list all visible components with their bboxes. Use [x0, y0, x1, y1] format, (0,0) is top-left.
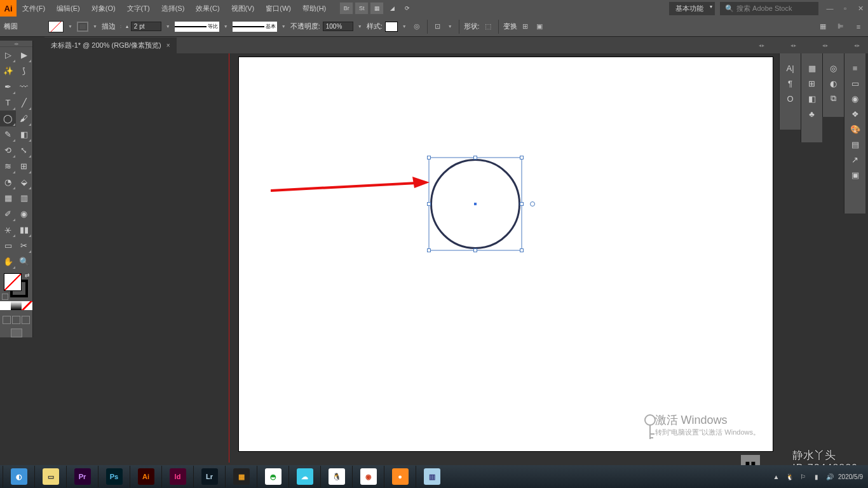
libraries-panel-icon[interactable]: ◐: [826, 76, 841, 90]
perspective-tool[interactable]: ⬙: [16, 174, 32, 190]
tray-up-icon[interactable]: ▲: [771, 472, 781, 482]
taskbar-app-4[interactable]: Ai: [130, 466, 161, 487]
artboard-tool[interactable]: ▭: [0, 238, 16, 254]
curvature-tool[interactable]: 〰: [16, 79, 32, 95]
pie-handle[interactable]: [530, 201, 535, 207]
toolbox-grip[interactable]: ◂▸: [0, 41, 32, 47]
zoom-tool[interactable]: 🔍: [16, 254, 32, 269]
shaper-tool[interactable]: ✎: [0, 126, 16, 142]
align-icon[interactable]: ⊡: [432, 21, 444, 32]
eyedropper-tool[interactable]: ✐: [0, 206, 16, 222]
mesh-tool[interactable]: ▦: [0, 190, 16, 206]
transform-label[interactable]: 变换: [503, 22, 517, 31]
ellipse-tool[interactable]: ◯: [0, 111, 16, 126]
taskbar-app-1[interactable]: ▭: [34, 466, 66, 487]
paintbrush-tool[interactable]: 🖌: [16, 111, 32, 126]
character-panel-icon[interactable]: A|: [783, 61, 798, 75]
eraser-tool[interactable]: ◧: [16, 126, 32, 142]
handle-ne[interactable]: [520, 156, 524, 159]
opentype-panel-icon[interactable]: O: [783, 92, 798, 105]
fill-stroke-block[interactable]: ⇄: [0, 271, 32, 301]
stroke-weight-input[interactable]: [131, 22, 161, 31]
taskbar-app-7[interactable]: ▦: [225, 466, 257, 487]
rotate-tool[interactable]: ⟲: [0, 142, 16, 158]
fill-indicator[interactable]: [4, 273, 22, 291]
workspace-dropdown[interactable]: 基本功能: [669, 2, 715, 15]
stroke-swatch[interactable]: [77, 22, 88, 32]
paragraph-panel-icon[interactable]: ¶: [783, 76, 798, 90]
menu-object[interactable]: 对象(O): [86, 4, 121, 13]
taskbar-app-3[interactable]: Ps: [98, 466, 130, 487]
menu-type[interactable]: 文字(T): [121, 4, 156, 13]
selection-tool[interactable]: ▷: [0, 47, 16, 63]
draw-normal[interactable]: [3, 316, 11, 324]
taskbar-app-10[interactable]: 🐧: [320, 466, 352, 487]
prefs-icon[interactable]: ⊫: [835, 21, 846, 32]
handle-s[interactable]: [473, 248, 477, 252]
menu-edit[interactable]: 编辑(E): [51, 4, 86, 13]
stock-icon[interactable]: St: [355, 2, 369, 15]
panel-toggle-4[interactable]: ◂▸: [854, 43, 860, 48]
menu-window[interactable]: 窗口(W): [260, 4, 297, 13]
symbol-sprayer-tool[interactable]: ⚹: [0, 222, 16, 238]
taskbar-app-2[interactable]: Pr: [66, 466, 98, 487]
symbols-panel-icon[interactable]: ♣: [804, 107, 820, 121]
gradient-tool[interactable]: ▥: [16, 190, 32, 206]
taskbar-app-12[interactable]: ●: [384, 466, 416, 487]
fill-dropdown[interactable]: ▼: [66, 24, 74, 29]
swap-fill-stroke-icon[interactable]: ⇄: [25, 272, 30, 278]
align-panel-icon[interactable]: ▦: [804, 61, 820, 75]
pen-tool[interactable]: ✒: [0, 79, 16, 95]
artboard[interactable]: [239, 57, 773, 451]
tray-date[interactable]: 2020/5/9: [838, 473, 863, 480]
lasso-tool[interactable]: ⟆: [16, 63, 32, 79]
window-close[interactable]: ✕: [853, 2, 868, 15]
width-profile[interactable]: 等比: [175, 22, 219, 32]
taskbar-app-13[interactable]: ▥: [416, 466, 447, 487]
menu-view[interactable]: 视图(V): [226, 4, 261, 13]
appearance-panel-icon[interactable]: ▭: [848, 76, 863, 90]
panel-menu-icon[interactable]: ≡: [853, 21, 864, 32]
free-transform-tool[interactable]: ⊞: [16, 158, 32, 174]
properties-panel-icon[interactable]: ≡: [848, 61, 863, 75]
handle-n[interactable]: [473, 156, 477, 159]
menu-help[interactable]: 帮助(H): [297, 4, 332, 13]
panel-toggle-3[interactable]: ◂▸: [822, 43, 829, 48]
draw-behind[interactable]: [12, 316, 20, 324]
slice-tool[interactable]: ✂: [16, 238, 32, 254]
draw-inside[interactable]: [22, 316, 30, 324]
taskbar-app-6[interactable]: Lr: [193, 466, 225, 487]
window-minimize[interactable]: —: [822, 2, 837, 15]
stroke-stepper-up[interactable]: ▴: [126, 24, 128, 29]
line-tool[interactable]: ╱: [16, 95, 32, 111]
taskbar-app-11[interactable]: ◉: [352, 466, 384, 487]
taskbar-app-5[interactable]: Id: [161, 466, 193, 487]
magic-wand-tool[interactable]: ✨: [0, 63, 16, 79]
tab-close-icon[interactable]: ×: [166, 42, 170, 49]
tray-network-icon[interactable]: ▮: [811, 472, 821, 482]
blend-tool[interactable]: ◉: [16, 206, 32, 222]
graphic-styles-panel-icon[interactable]: ◉: [848, 92, 863, 105]
fill-swatch[interactable]: [48, 21, 64, 32]
handle-e[interactable]: [520, 202, 524, 206]
arrange-docs-icon[interactable]: ▦: [370, 2, 384, 15]
type-tool[interactable]: T: [0, 95, 16, 111]
color-mode-none[interactable]: [22, 301, 32, 310]
graph-tool[interactable]: ▮▮: [16, 222, 32, 238]
width-tool[interactable]: ≋: [0, 158, 16, 174]
panel-toggle-1[interactable]: ◂▸: [759, 43, 765, 48]
hand-tool[interactable]: ✋: [0, 254, 16, 269]
color-mode-gradient[interactable]: [11, 301, 22, 310]
doc-tab[interactable]: 未标题-1* @ 200% (RGB/像素预览) ×: [44, 37, 177, 53]
window-maximize[interactable]: ▫: [837, 2, 853, 15]
scale-tool[interactable]: ⤡: [16, 142, 32, 158]
export-panel-icon[interactable]: ↗: [848, 152, 863, 166]
swatches-panel-icon[interactable]: ▤: [848, 137, 863, 151]
shape-expand-icon[interactable]: ⬚: [482, 21, 494, 32]
handle-w[interactable]: [427, 202, 431, 206]
pathfinder-panel-icon[interactable]: ◧: [804, 92, 820, 105]
handle-se[interactable]: [520, 248, 524, 252]
opacity-input[interactable]: [323, 22, 353, 31]
shape-builder-tool[interactable]: ◔: [0, 174, 16, 190]
handle-nw[interactable]: [427, 156, 431, 159]
